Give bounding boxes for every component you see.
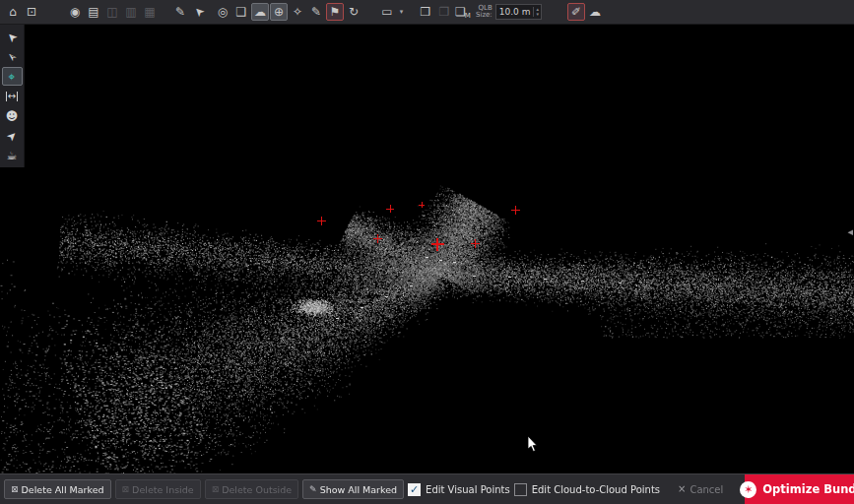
pick-cursor-icon[interactable]: ➤	[190, 3, 208, 21]
project-group: ⌂⊡	[4, 3, 40, 21]
tag-select-icon[interactable]: ❑	[232, 3, 250, 21]
delete-outside-label: Delete Outside	[222, 484, 292, 495]
control-point-marker[interactable]	[317, 217, 326, 225]
edit-path-icon[interactable]: ✎	[171, 3, 189, 21]
box-select-icon[interactable]: ▭	[378, 3, 396, 21]
qlb-size-control: QLB Size: 10.0 m ▴ ▾	[476, 4, 542, 20]
toolbar-groups-left: ⌂⊡◉▤◫▥▦✎➤◎❑☁⊕✧✎⚑↻▭▾❒❐❏M	[4, 3, 472, 21]
edit-group: ✎➤	[171, 3, 208, 21]
bottom-toolbar: ⊠ Delete All Marked ⊠ Delete Inside ⊠ De…	[0, 473, 854, 504]
spinner-down-icon[interactable]: ▾	[536, 12, 539, 17]
cancel-label: Cancel	[690, 484, 723, 495]
cloud-lasso-icon[interactable]: ☁	[251, 3, 269, 21]
optimize-bundle-label: Optimize Bundle	[762, 482, 854, 496]
toolbar-groups-right: ✐☁	[554, 3, 604, 21]
cloud-tools-group: ✐☁	[567, 3, 604, 21]
draw-lasso-icon[interactable]: ✎	[307, 3, 325, 21]
cloud-display-icon[interactable]: ☁	[586, 3, 604, 21]
show-all-marked-label: Show All Marked	[320, 484, 397, 495]
delete-all-marked-label: Delete All Marked	[22, 484, 104, 495]
mark-cursor-icon[interactable]: ➣	[2, 47, 23, 66]
optimize-bundle-button[interactable]: ✶ Optimize Bundle	[745, 474, 854, 504]
control-point-marker[interactable]	[373, 234, 382, 243]
select-cursor-icon[interactable]: ➤	[2, 28, 23, 46]
delete-outside-icon: ⊠	[212, 485, 220, 494]
control-point-markers-layer	[0, 25, 854, 473]
control-point-marker[interactable]	[471, 239, 480, 248]
move-point-tool-icon[interactable]: ⌖	[2, 67, 23, 86]
edit-visual-points-label: Edit Visual Points	[426, 484, 510, 495]
quad-panel-icon[interactable]: ▦	[141, 3, 159, 21]
pin-adjust-icon[interactable]: ↻	[345, 3, 362, 21]
point-cube-icon[interactable]: ❒	[417, 3, 434, 21]
delete-inside-label: Delete Inside	[132, 484, 194, 495]
single-panel-icon[interactable]: ▤	[85, 3, 102, 21]
circle-select-icon[interactable]: ◎	[214, 3, 231, 21]
control-point-marker[interactable]	[431, 238, 444, 251]
viewport-3d[interactable]: ◂	[0, 25, 854, 473]
check-icon: ✓	[410, 484, 419, 495]
qlb-size-label-line2: Size:	[476, 12, 493, 19]
delete-marked-icon: ⊠	[11, 485, 19, 494]
optimize-star-icon: ✶	[744, 484, 753, 495]
control-point-marker[interactable]	[511, 206, 520, 215]
control-point-marker[interactable]	[419, 202, 425, 208]
split-panel-icon[interactable]: ◫	[103, 3, 121, 21]
edit-visual-points-checkbox[interactable]: ✓ Edit Visual Points	[408, 483, 510, 496]
selection-group: ◎❑☁⊕✧✎⚑↻	[214, 3, 362, 21]
qlb-size-input[interactable]: 10.0 m ▴ ▾	[495, 4, 542, 20]
mesh-cube-icon[interactable]: ❐	[435, 3, 453, 21]
control-point-pin-icon[interactable]: ⚑	[326, 3, 344, 21]
home-view-icon[interactable]: ⌂	[4, 3, 22, 21]
box-select-caret-icon[interactable]: ▾	[397, 3, 406, 21]
model-cube-m-icon[interactable]: ❏M	[454, 3, 472, 21]
brush-select-icon[interactable]: ✐	[567, 3, 585, 21]
qlb-size-spinner[interactable]: ▴ ▾	[533, 7, 541, 17]
delete-outside-button[interactable]: ⊠ Delete Outside	[205, 479, 298, 499]
top-toolbar: ⌂⊡◉▤◫▥▦✎➤◎❑☁⊕✧✎⚑↻▭▾❒❐❏M QLB Size: 10.0 m…	[0, 0, 854, 25]
grid-panel-icon[interactable]: ▥	[122, 3, 140, 21]
show-marked-icon: ✎	[309, 485, 317, 494]
panel-expander-icon[interactable]: ◂	[847, 226, 853, 237]
polygon-lasso-icon[interactable]: ✧	[289, 3, 306, 21]
left-toolbar: ➤➣⌖↔☻➤☕	[0, 25, 25, 167]
camera-icon[interactable]: ◉	[66, 3, 84, 21]
cancel-icon: ×	[678, 484, 686, 494]
show-all-marked-button[interactable]: ✎ Show All Marked	[302, 479, 404, 499]
delete-inside-icon: ⊠	[122, 485, 130, 494]
optimize-bundle-icon: ✶	[740, 481, 756, 498]
cube-group: ❒❐❏M	[417, 3, 472, 21]
view-group: ◉▤◫▥▦	[66, 3, 159, 21]
control-point-marker[interactable]	[386, 205, 394, 213]
edit-visual-points-box[interactable]: ✓	[408, 483, 421, 496]
delete-inside-button[interactable]: ⊠ Delete Inside	[115, 479, 201, 499]
cancel-button[interactable]: × Cancel	[672, 483, 729, 496]
qlb-size-value: 10.0 m	[496, 7, 534, 17]
edit-cloud-to-cloud-box[interactable]	[514, 483, 527, 496]
edit-cloud-to-cloud-label: Edit Cloud-to-Cloud Points	[532, 484, 660, 495]
screenshot-icon[interactable]: ⊡	[23, 3, 40, 21]
delete-all-marked-button[interactable]: ⊠ Delete All Marked	[4, 479, 111, 499]
measure-distance-icon[interactable]: ↔	[2, 87, 23, 105]
edit-cloud-to-cloud-checkbox[interactable]: Edit Cloud-to-Cloud Points	[514, 483, 660, 496]
application-window: ⌂⊡◉▤◫▥▦✎➤◎❑☁⊕✧✎⚑↻▭▾❒❐❏M QLB Size: 10.0 m…	[0, 0, 854, 504]
navigate-icon[interactable]: ➤	[2, 126, 23, 145]
box-select-group: ▭▾	[378, 3, 406, 21]
globe-lasso-icon[interactable]: ⊕	[270, 3, 288, 21]
qlb-size-label: QLB Size:	[476, 5, 493, 19]
person-view-icon[interactable]: ☻	[2, 106, 23, 125]
paint-classify-icon[interactable]: ☕	[2, 146, 23, 164]
